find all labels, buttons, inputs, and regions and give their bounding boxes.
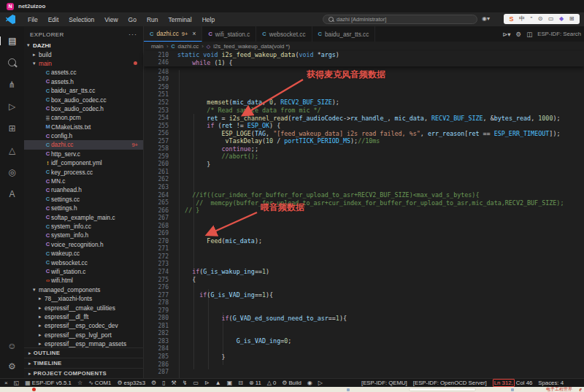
status-star-icon[interactable]: ☆: [77, 380, 82, 386]
tree-file-config.h[interactable]: Cconfig.h: [24, 131, 143, 140]
espidf-tools-icon[interactable]: A: [0, 190, 24, 199]
espidf-search-label[interactable]: ESP-IDF: Search: [537, 31, 581, 37]
toolbox-icon[interactable]: ⊞: [569, 16, 575, 22]
more-actions-icon[interactable]: ···: [128, 31, 137, 38]
section-project-components[interactable]: ▸PROJECT COMPONENTS: [24, 368, 143, 378]
gear-icon[interactable]: ⚙: [516, 31, 522, 38]
tab-dazhi.cc[interactable]: Cdazhi.cc9+×: [144, 26, 202, 42]
tab-wifi_station.c[interactable]: Cwifi_station.c: [202, 26, 256, 42]
tree-file-box_audio_codec.cc[interactable]: Cbox_audio_codec.cc: [24, 95, 143, 104]
status-monitor-icon[interactable]: ▭: [193, 380, 199, 386]
menu-file[interactable]: File: [23, 16, 43, 23]
tree-file-wakeup.cc[interactable]: Cwakeup.cc: [24, 249, 143, 258]
tab-baidu_asr_tts.cc[interactable]: Cbaidu_asr_tts.cc: [312, 26, 376, 42]
testing-icon[interactable]: △: [0, 146, 24, 155]
status-build-tool-icon[interactable]: ⚒: [172, 380, 177, 386]
status-spaces-4[interactable]: Spaces: 4: [538, 380, 564, 386]
tree-folder-build[interactable]: ▸build: [24, 50, 143, 58]
tree-folder-managed_components[interactable]: ▾managed_components: [24, 285, 143, 294]
menu-go[interactable]: Go: [123, 16, 142, 23]
soft-keyboard-icon[interactable]: ▭: [548, 16, 554, 22]
section-outline[interactable]: ▸OUTLINE: [24, 347, 143, 358]
section-timeline[interactable]: ▸TIMELINE: [24, 358, 143, 368]
tree-file-system_info.cc[interactable]: Csystem_info.cc: [24, 222, 143, 231]
tree-file-system_info.h[interactable]: Csystem_info.h: [24, 231, 143, 239]
tree-file-CMakeLists.txt[interactable]: MCMakeLists.txt: [24, 123, 143, 131]
tree-file-voice_recognition.h[interactable]: Cvoice_recognition.h: [24, 240, 143, 249]
status-play-icon[interactable]: ▷: [318, 380, 323, 386]
menu-view[interactable]: View: [99, 16, 123, 23]
menu-terminal[interactable]: Terminal: [164, 16, 197, 23]
status--esp-idf-openocd-server-[interactable]: [ESP-IDF: OpenOCD Server]: [413, 380, 487, 386]
status-close-remote-icon[interactable]: ×: [4, 380, 8, 386]
status-build-icon[interactable]: ⚙Build: [282, 380, 301, 386]
status-serial-port-icon[interactable]: ∿COM1: [88, 380, 111, 386]
ime-toolbar[interactable]: S中”⊙▭◆⊞: [504, 14, 580, 24]
search-icon[interactable]: [0, 58, 24, 68]
run-dropdown-icon[interactable]: ⊳▾: [502, 31, 510, 38]
chinese-mode-icon[interactable]: 中: [519, 16, 525, 22]
status--esp-idf-qemu-[interactable]: [ESP-IDF: QEMU]: [361, 380, 407, 386]
tree-file-MN.c[interactable]: CMN.c: [24, 177, 143, 185]
status-window-restore-icon[interactable]: ◱: [14, 380, 20, 386]
tree-folder-78__xiaozhi-fonts[interactable]: ▸78__xiaozhi-fonts: [24, 294, 143, 303]
menu-run[interactable]: Run: [142, 16, 164, 23]
tree-file-canon.pcm[interactable]: ≣canon.pcm: [24, 113, 143, 122]
punctuation-icon[interactable]: ”: [531, 16, 533, 22]
status-warnings-icon[interactable]: △0: [267, 380, 277, 386]
status-package-icon[interactable]: ⊟: [238, 380, 243, 386]
tree-file-idf_component.yml[interactable]: !idf_component.yml: [24, 158, 143, 167]
code-editor[interactable]: 248249250251252 memset(mic_data, 0, RECV…: [144, 68, 584, 376]
tree-folder-espressif__esp_lvgl_port[interactable]: ▸espressif__esp_lvgl_port: [24, 331, 143, 339]
status-flash-icon[interactable]: ↯: [182, 380, 188, 386]
status-cursor-position[interactable]: Ln 312, Col 46: [493, 379, 533, 387]
breadcrumb-item[interactable]: dazhi.cc: [178, 43, 199, 50]
status-terminal-icon[interactable]: ▣: [227, 380, 233, 386]
tree-file-key_process.cc[interactable]: Ckey_process.cc: [24, 167, 143, 176]
browser-tab-title[interactable]: net2uizoo: [18, 3, 45, 9]
tree-file-wifi_station.c[interactable]: Cwifi_station.c: [24, 267, 143, 276]
menu-selection[interactable]: Selection: [64, 16, 99, 23]
breadcrumb[interactable]: main›Cdazhi.cc›◇i2s_feed_wakeup_data(voi…: [144, 42, 584, 51]
sogou-logo-icon[interactable]: S: [510, 16, 514, 23]
tree-file-http_serv.c[interactable]: Chttp_serv.c: [24, 150, 143, 158]
copilot-icon[interactable]: ◉▾: [482, 15, 490, 22]
status-flame-icon[interactable]: ▲: [215, 380, 221, 386]
menu-help[interactable]: Help: [197, 16, 220, 23]
source-control-icon[interactable]: ⋔: [0, 80, 24, 89]
account-icon[interactable]: ☺: [0, 342, 24, 350]
tree-file-settings.h[interactable]: Csettings.h: [24, 204, 143, 212]
menu-edit[interactable]: Edit: [43, 16, 64, 23]
status-full-clean-icon[interactable]: ⚙: [151, 380, 156, 386]
status-errors-icon[interactable]: ⊗11: [249, 380, 261, 386]
tree-file-websocket.cc[interactable]: Cwebsocket.cc: [24, 258, 143, 266]
tab-websocket.cc[interactable]: Cwebsocket.cc: [256, 26, 312, 42]
command-center-search[interactable]: dazhi [Administrator]: [323, 15, 477, 24]
tree-file-ruanhead.h[interactable]: Cruanhead.h: [24, 185, 143, 194]
status-erase-flash-icon[interactable]: ▯: [162, 380, 165, 386]
tree-file-box_audio_codec.h[interactable]: Cbox_audio_codec.h: [24, 104, 143, 113]
tree-file-softap_example_main.c[interactable]: Csoftap_example_main.c: [24, 212, 143, 221]
skin-icon[interactable]: ◆: [559, 16, 564, 22]
tree-folder-espressif__dl_fft[interactable]: ▸espressif__dl_fft: [24, 312, 143, 321]
espidf-explorer-icon[interactable]: ◎: [0, 168, 24, 177]
tree-folder-DAZHI[interactable]: ▾DAZHI: [24, 41, 143, 50]
extensions-icon[interactable]: ⊞: [0, 124, 24, 133]
tree-file-baidu_asr_tts.cc[interactable]: Cbaidu_asr_tts.cc: [24, 86, 143, 95]
close-icon[interactable]: ×: [192, 30, 196, 37]
status-device-target-icon[interactable]: ⚙esp32s3: [117, 380, 145, 386]
status-debug-icon[interactable]: ⊳: [204, 380, 210, 386]
status-espidf-board-icon[interactable]: ▦ESP-IDF v5.5.1: [25, 380, 72, 386]
status-bug-icon[interactable]: ◉: [307, 380, 312, 386]
mic-icon[interactable]: ⊙: [538, 16, 543, 22]
tree-file-wifi.html[interactable]: ‹›wifi.html: [24, 276, 143, 285]
tree-folder-main[interactable]: ▾main: [24, 59, 143, 68]
tree-file-assets.cc[interactable]: Cassets.cc: [24, 68, 143, 77]
breadcrumb-item[interactable]: main: [151, 43, 164, 50]
tree-folder-espressif__cmake_utilities[interactable]: ▸espressif__cmake_utilities: [24, 303, 143, 312]
tree-file-dazhi.cc[interactable]: Cdazhi.cc9+: [24, 140, 143, 149]
settings-gear-icon[interactable]: ⚙: [0, 362, 24, 371]
split-editor-icon[interactable]: ◫: [526, 31, 532, 38]
breadcrumb-item[interactable]: i2s_feed_wakeup_data(void *): [213, 43, 290, 50]
tree-file-settings.cc[interactable]: Csettings.cc: [24, 195, 143, 204]
